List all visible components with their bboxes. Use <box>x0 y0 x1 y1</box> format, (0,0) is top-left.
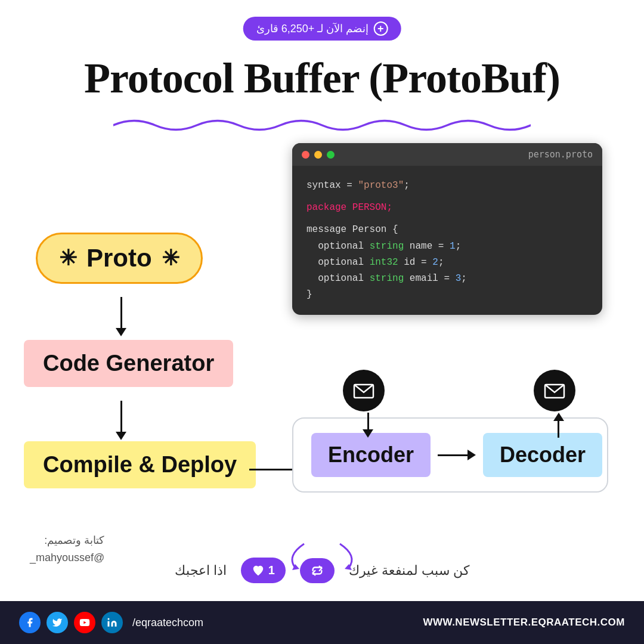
twitter-icon[interactable] <box>47 612 68 633</box>
top-banner: + إنضم الآن لـ +6,250 قارئ <box>243 17 401 41</box>
mail-icon-decoder <box>534 370 575 411</box>
arrow-codegen-to-compile <box>116 401 126 440</box>
youtube-icon[interactable] <box>74 612 95 633</box>
mail-icon-encoder <box>343 370 385 411</box>
footer-left: /eqraatech​com <box>19 612 203 633</box>
facebook-icon[interactable] <box>19 612 41 633</box>
arrow-mail-encoder <box>363 413 373 438</box>
like-count: 1 <box>268 564 275 577</box>
footer-bar: /eqraatech​com WWW.NEWSLETTER.EQRAATECH.… <box>0 601 644 644</box>
share-text-right: اذا اعجبك <box>175 563 227 578</box>
proto-box: ✳ Proto ✳ <box>36 233 203 284</box>
compile-deploy-box: Compile & Deploy <box>24 441 256 488</box>
brand-logo: اقرأ-تك <box>507 549 614 584</box>
like-button[interactable]: 1 <box>241 558 286 583</box>
code-block: person.proto syntax = "proto3"; package … <box>292 143 602 315</box>
banner-text: إنضم الآن لـ +6,250 قارئ <box>256 22 369 35</box>
code-generator-label: Code Generator <box>43 351 214 376</box>
arrow-decoder-mail <box>553 413 564 438</box>
dot-yellow <box>314 151 322 159</box>
footer-handle: /eqraatech​com <box>132 617 203 629</box>
plus-icon: + <box>373 21 388 36</box>
wavy-decoration <box>113 116 531 137</box>
footer-website: WWW.NEWSLETTER.EQRAATECH.COM <box>423 617 625 628</box>
compile-deploy-label: Compile & Deploy <box>43 452 237 477</box>
code-filename: person.proto <box>528 149 593 160</box>
code-generator-box: Code Generator <box>24 340 233 387</box>
encoder-box: Encoder <box>311 433 431 477</box>
asterisk-left: ✳ <box>59 246 77 271</box>
credit-text: كتابة وتصميم: @mahyoussef_ <box>30 532 104 566</box>
credit-label: كتابة وتصميم: <box>30 532 104 549</box>
share-text-left: كن سبب لمنفعة غيرك <box>349 563 469 578</box>
encoder-label: Encoder <box>328 442 414 467</box>
dot-green <box>327 151 335 159</box>
code-titlebar: person.proto <box>292 143 602 166</box>
page-title: Protocol Buffer (ProtoBuf) <box>0 54 644 103</box>
dot-red <box>302 151 309 159</box>
decoder-label: Decoder <box>500 442 586 467</box>
decoder-box: Decoder <box>483 433 602 477</box>
svg-point-5 <box>108 618 110 620</box>
arrow-proto-to-codegen <box>116 297 126 336</box>
credit-handle: @mahyoussef_ <box>30 549 104 566</box>
heart-icon <box>252 564 265 577</box>
code-content: syntax = "proto3"; package PERSON; messa… <box>292 166 602 315</box>
repost-button[interactable] <box>300 558 335 583</box>
repost-icon <box>311 564 324 577</box>
proto-label: Proto <box>86 244 152 273</box>
linkedin-icon[interactable] <box>101 612 123 633</box>
social-icons <box>19 612 123 633</box>
asterisk-right: ✳ <box>162 246 179 271</box>
